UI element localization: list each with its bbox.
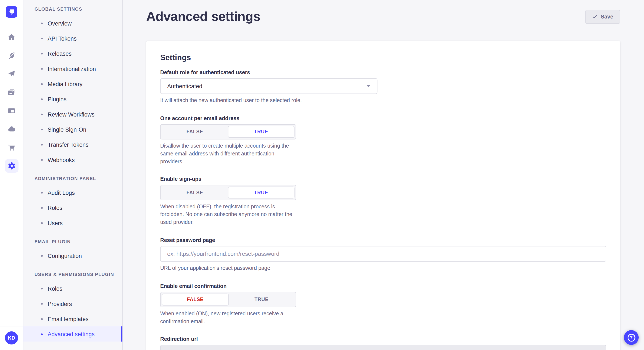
bullet-icon (41, 288, 43, 289)
sidebar-section-title: Administration Panel (24, 176, 122, 181)
media-library-icon[interactable] (5, 85, 18, 99)
sidebar-item-up-roles[interactable]: Roles (24, 281, 122, 296)
bullet-icon (41, 255, 43, 257)
bullet-icon (41, 207, 43, 209)
question-mark-icon: ? (628, 334, 635, 342)
bullet-icon (41, 98, 43, 100)
sidebar-item-audit-logs[interactable]: Audit Logs (24, 185, 122, 200)
strapi-logo[interactable] (6, 6, 17, 18)
sidebar-section-title: Email Plugin (24, 239, 122, 244)
field-default-role: Default role for authenticated users Aut… (160, 69, 606, 105)
one-account-false-button[interactable]: FALSE (162, 126, 228, 138)
bullet-icon (41, 333, 43, 335)
sidebar-item-admin-users[interactable]: Users (24, 215, 122, 230)
sidebar-section-global-settings: Global Settings Overview API Tokens Rele… (24, 6, 122, 167)
sidebar-section-email-plugin: Email Plugin Configuration (24, 239, 122, 263)
one-account-true-button[interactable]: TRUE (228, 126, 294, 138)
sidebar-item-advanced-settings[interactable]: Advanced settings (24, 326, 122, 342)
rail-icons (5, 24, 18, 177)
sidebar-item-overview[interactable]: Overview (24, 15, 122, 31)
bullet-icon (41, 318, 43, 320)
email-confirmation-hint: When enabled (ON), new registered users … (160, 310, 296, 326)
bullet-icon (41, 22, 43, 24)
sidebar-section-title: Users & Permissions Plugin (24, 272, 122, 277)
cart-icon[interactable] (5, 141, 18, 154)
sidebar-item-webhooks[interactable]: Webhooks (24, 152, 122, 167)
bullet-icon (41, 53, 43, 54)
divider (0, 326, 23, 326)
bullet-icon (41, 113, 43, 115)
sidebar-item-plugins[interactable]: Plugins (24, 91, 122, 107)
check-icon (592, 14, 597, 19)
default-role-label: Default role for authenticated users (160, 69, 606, 75)
sidebar-item-api-tokens[interactable]: API Tokens (24, 31, 122, 46)
sidebar-section-users-permissions-plugin: Users & Permissions Plugin Roles Provide… (24, 272, 122, 342)
section-title: Settings (160, 53, 606, 62)
one-account-hint: Disallow the user to create multiple acc… (160, 142, 296, 166)
sidebar-item-media-library[interactable]: Media Library (24, 76, 122, 91)
cloud-icon[interactable] (5, 122, 18, 136)
email-confirmation-toggle: FALSE TRUE (160, 292, 296, 307)
main-content: Advanced settings Save Settings Default … (123, 0, 644, 350)
help-button[interactable]: ? (624, 330, 638, 345)
default-role-select[interactable]: Authenticated (160, 78, 377, 94)
default-role-hint: It will attach the new authenticated use… (160, 97, 606, 104)
bullet-icon (41, 129, 43, 130)
page-title: Advanced settings (146, 9, 260, 24)
field-sign-ups: Enable sign-ups FALSE TRUE When disabled… (160, 176, 606, 226)
icon-rail: KD (0, 0, 24, 350)
bullet-icon (41, 68, 43, 70)
settings-sidebar: Global Settings Overview API Tokens Rele… (24, 0, 123, 350)
redirection-url-label: Redirection url (160, 336, 606, 342)
sidebar-item-transfer-tokens[interactable]: Transfer Tokens (24, 137, 122, 152)
avatar[interactable]: KD (5, 331, 18, 345)
sidebar-item-internationalization[interactable]: Internationalization (24, 61, 122, 76)
email-confirmation-false-button[interactable]: FALSE (162, 293, 228, 305)
sidebar-item-releases[interactable]: Releases (24, 46, 122, 61)
settings-gear-icon[interactable] (5, 159, 18, 173)
sign-ups-true-button[interactable]: TRUE (228, 187, 294, 199)
bullet-icon (41, 192, 43, 193)
settings-card: Settings Default role for authenticated … (146, 41, 620, 350)
one-account-toggle: FALSE TRUE (160, 124, 296, 139)
home-icon[interactable] (5, 30, 18, 44)
bullet-icon (41, 83, 43, 85)
sidebar-item-email-configuration[interactable]: Configuration (24, 248, 122, 263)
field-email-confirmation: Enable email confirmation FALSE TRUE Whe… (160, 283, 606, 325)
sign-ups-toggle: FALSE TRUE (160, 185, 296, 200)
bullet-icon (41, 303, 43, 305)
reset-password-hint: URL of your application's reset password… (160, 265, 606, 272)
field-reset-password: Reset password page URL of your applicat… (160, 237, 606, 272)
sidebar-item-admin-roles[interactable]: Roles (24, 200, 122, 215)
sidebar-section-title: Global Settings (24, 6, 122, 11)
bullet-icon (41, 37, 43, 39)
sidebar-item-providers[interactable]: Providers (24, 296, 122, 311)
rail-bottom: KD (0, 326, 23, 350)
email-confirmation-true-button[interactable]: TRUE (228, 293, 294, 305)
layout-icon[interactable] (5, 104, 18, 117)
app-window: KD Global Settings Overview API Tokens R… (0, 0, 644, 350)
email-confirmation-label: Enable email confirmation (160, 283, 606, 289)
feather-icon[interactable] (5, 48, 18, 62)
page-header: Advanced settings Save (123, 0, 644, 24)
bullet-icon (41, 159, 43, 161)
field-one-account: One account per email address FALSE TRUE… (160, 115, 606, 166)
field-redirection-url: Redirection url (160, 336, 606, 350)
sign-ups-hint: When disabled (OFF), the registration pr… (160, 203, 296, 226)
sidebar-item-single-sign-on[interactable]: Single Sign-On (24, 122, 122, 137)
bullet-icon (41, 222, 43, 224)
paper-plane-icon[interactable] (5, 67, 18, 80)
default-role-value: Authenticated (167, 83, 202, 90)
reset-password-input[interactable] (160, 246, 606, 262)
one-account-label: One account per email address (160, 115, 606, 121)
redirection-url-input (160, 345, 606, 350)
chevron-down-icon (366, 85, 370, 87)
save-button[interactable]: Save (585, 9, 620, 24)
bullet-icon (41, 144, 43, 146)
sidebar-item-email-templates[interactable]: Email templates (24, 311, 122, 326)
sidebar-item-review-workflows[interactable]: Review Workflows (24, 107, 122, 122)
reset-password-label: Reset password page (160, 237, 606, 243)
sign-ups-false-button[interactable]: FALSE (162, 187, 228, 199)
sign-ups-label: Enable sign-ups (160, 176, 606, 182)
sidebar-section-administration-panel: Administration Panel Audit Logs Roles Us… (24, 176, 122, 230)
